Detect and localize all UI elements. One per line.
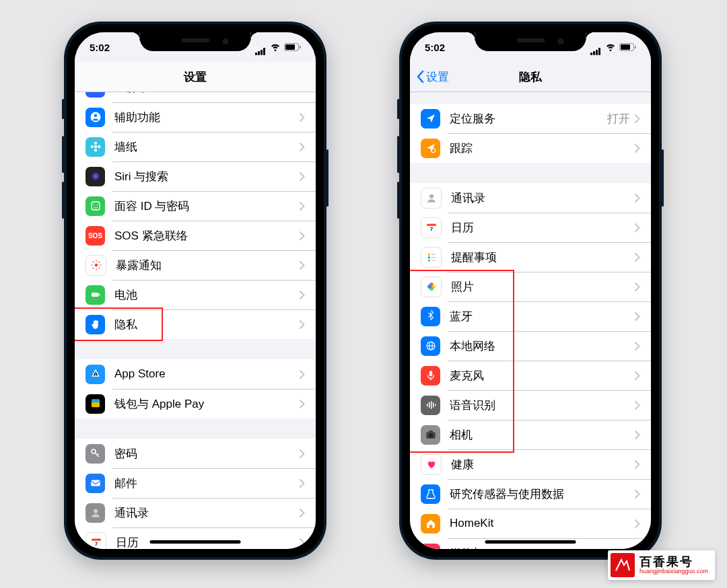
row-exposure[interactable]: 暴露通知 (75, 250, 316, 280)
row-label: 电池 (114, 287, 300, 303)
row-battery[interactable]: 电池 (75, 280, 316, 309)
svg-point-55 (427, 285, 431, 289)
nav-title: 隐私 (519, 69, 542, 85)
svg-rect-1 (285, 44, 295, 50)
row-contacts[interactable]: 通讯录 (75, 498, 316, 527)
media-icon (421, 544, 440, 550)
back-button[interactable]: 设置 (416, 69, 449, 85)
privacy-list[interactable]: 定位服务打开跟踪通讯录7日历提醒事项照片蓝牙本地网络麦克风语音识别相机健康研究传… (410, 91, 651, 549)
nav-bar: 设置 (75, 62, 316, 92)
contacts-icon (421, 188, 442, 209)
row-speech[interactable]: 语音识别 (410, 390, 651, 420)
row-accessibility[interactable]: 辅助功能 (75, 102, 316, 132)
row-label: 日历 (451, 220, 635, 235)
settings-group: 定位服务打开跟踪 (410, 104, 651, 163)
row-label: 暴露通知 (116, 258, 300, 273)
row-photos[interactable]: 照片 (410, 272, 651, 301)
row-app-store[interactable]: App Store (75, 359, 316, 389)
chevron-right-icon (300, 291, 305, 299)
chevron-right-icon (635, 144, 640, 153)
row-research[interactable]: 研究传感器与使用数据 (410, 479, 651, 509)
svg-line-23 (92, 262, 94, 263)
battery-icon (619, 43, 636, 51)
svg-point-11 (94, 149, 97, 152)
app-store-icon (85, 365, 105, 384)
home-indicator[interactable] (150, 540, 241, 544)
row-wallpaper[interactable]: 墙纸 (75, 132, 316, 161)
row-camera[interactable]: 相机 (410, 420, 651, 449)
svg-rect-39 (621, 44, 630, 50)
home-indicator[interactable] (485, 540, 576, 544)
row-label: 钱包与 Apple Pay (114, 396, 300, 412)
camera-icon (421, 425, 440, 445)
svg-rect-31 (92, 399, 100, 402)
chevron-right-icon (300, 261, 305, 270)
chevron-right-icon (300, 400, 305, 408)
svg-point-48 (427, 260, 429, 262)
battery-icon (85, 285, 105, 305)
row-label: 辅助功能 (114, 110, 300, 125)
settings-list[interactable]: 主屏幕辅助功能墙纸Siri 与搜索面容 ID 与密码SOSSOS 紧急联络暴露通… (75, 91, 316, 549)
chevron-right-icon (635, 342, 640, 351)
row-label: 邮件 (114, 476, 300, 491)
row-contacts[interactable]: 通讯录 (410, 183, 651, 213)
row-label: 通讯录 (114, 505, 300, 521)
row-faceid-passcode[interactable]: 面容 ID 与密码 (75, 191, 316, 221)
row-homekit[interactable]: HomeKit (410, 509, 651, 538)
chevron-right-icon (300, 479, 305, 488)
row-home-screen[interactable]: 主屏幕 (75, 91, 316, 102)
row-bluetooth[interactable]: 蓝牙 (410, 301, 651, 331)
svg-point-66 (429, 433, 433, 437)
photos-icon (421, 277, 442, 297)
row-calendars[interactable]: 7日历 (410, 213, 651, 242)
location-services-icon (421, 109, 440, 128)
svg-point-16 (94, 205, 95, 206)
row-detail: 打开 (607, 111, 630, 126)
svg-rect-44 (427, 224, 436, 226)
chevron-right-icon (635, 549, 640, 550)
chevron-right-icon (300, 202, 305, 211)
row-sos[interactable]: SOSSOS 紧急联络 (75, 221, 316, 250)
row-label: 墙纸 (114, 139, 300, 155)
row-wallet-applepay[interactable]: 钱包与 Apple Pay (75, 389, 316, 418)
chevron-right-icon (635, 490, 640, 499)
chevron-right-icon (635, 194, 640, 203)
status-icons (590, 43, 636, 51)
chevron-right-icon (300, 538, 305, 547)
row-siri-search[interactable]: Siri 与搜索 (75, 161, 316, 191)
screen-right: 5:02 设置 隐私 定位服务打开跟踪通讯录7日历提醒事项照片蓝牙本地网络麦克风… (410, 32, 651, 549)
row-tracking[interactable]: 跟踪 (410, 133, 651, 163)
status-time: 5:02 (425, 42, 445, 53)
row-microphone[interactable]: 麦克风 (410, 361, 651, 390)
svg-rect-15 (92, 202, 100, 210)
siri-search-icon (85, 167, 105, 186)
svg-point-42 (429, 194, 434, 198)
row-label: App Store (114, 367, 300, 381)
row-passwords[interactable]: 密码 (75, 439, 316, 468)
row-label: 健康 (451, 457, 635, 472)
row-local-network[interactable]: 本地网络 (410, 331, 651, 361)
row-health[interactable]: 健康 (410, 449, 651, 479)
row-location-services[interactable]: 定位服务打开 (410, 104, 651, 133)
row-label: 跟踪 (450, 141, 635, 156)
wifi-icon (270, 43, 281, 51)
row-label: Siri 与搜索 (114, 169, 300, 184)
row-reminders[interactable]: 提醒事项 (410, 242, 651, 272)
chevron-right-icon (635, 371, 640, 380)
status-time: 5:02 (90, 42, 110, 53)
row-calendar[interactable]: 7日历 (75, 527, 316, 549)
settings-group: 密码邮件通讯录7日历 (75, 439, 316, 549)
row-mail[interactable]: 邮件 (75, 468, 316, 498)
svg-rect-33 (91, 480, 100, 486)
settings-group: 通讯录7日历提醒事项照片蓝牙本地网络麦克风语音识别相机健康研究传感器与使用数据H… (410, 183, 651, 549)
row-privacy[interactable]: 隐私 (75, 309, 316, 339)
nav-title: 设置 (184, 69, 207, 85)
chevron-right-icon (635, 312, 640, 321)
signal-icon (590, 44, 602, 51)
chevron-right-icon (300, 172, 305, 181)
chevron-right-icon (635, 283, 640, 291)
row-label: HomeKit (450, 517, 635, 530)
watermark-logo-icon (611, 553, 635, 577)
svg-rect-36 (92, 539, 101, 541)
svg-text:7: 7 (429, 226, 432, 232)
